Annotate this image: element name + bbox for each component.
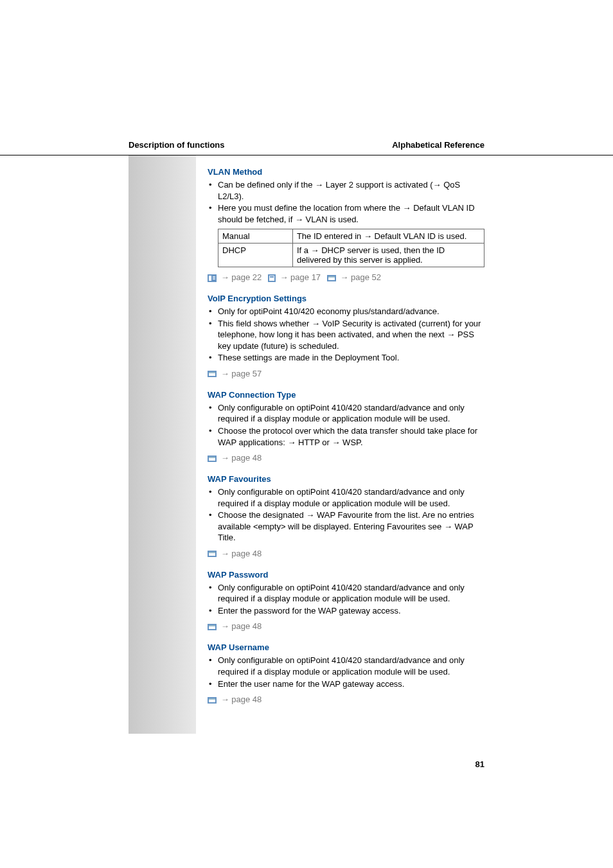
section-wap-connection: WAP Connection Type Only configurable on… bbox=[208, 390, 484, 463]
arrow-icon: → bbox=[221, 453, 229, 463]
list-item: These settings are made in the Deploymen… bbox=[208, 352, 484, 364]
svg-rect-13 bbox=[209, 372, 215, 373]
text: Can be defined only if the bbox=[218, 180, 315, 190]
content: VLAN Method Can be defined only if the →… bbox=[196, 155, 613, 734]
refs-wappw: → page 48 bbox=[208, 621, 484, 631]
refs-voip: → page 57 bbox=[208, 369, 484, 378]
arrow-icon: → bbox=[332, 438, 341, 447]
svg-rect-22 bbox=[209, 625, 215, 626]
svg-rect-4 bbox=[213, 279, 215, 279]
list-wapuser: Only configurable on optiPoint 410/420 s… bbox=[208, 655, 484, 689]
arrow-icon: → bbox=[280, 272, 288, 282]
list-item: Only configurable on optiPoint 410/420 s… bbox=[208, 486, 484, 509]
arrow-icon: → bbox=[221, 621, 229, 631]
svg-rect-16 bbox=[209, 457, 215, 458]
arrow-icon: → bbox=[312, 319, 320, 328]
heading-voip-encryption: VoIP Encryption Settings bbox=[208, 294, 484, 303]
refs-wapfav: → page 48 bbox=[208, 549, 484, 558]
list-item: Only configurable on optiPoint 410/420 s… bbox=[208, 582, 484, 605]
list-wappw: Only configurable on optiPoint 410/420 s… bbox=[208, 582, 484, 617]
section-wap-favourites: WAP Favourites Only configurable on opti… bbox=[208, 474, 484, 558]
list-item: Here you must define the location from w… bbox=[208, 202, 484, 225]
arrow-icon: → bbox=[447, 330, 455, 339]
refs-wapconn: → page 48 bbox=[208, 453, 484, 463]
list-item: Only configurable on optiPoint 410/420 s… bbox=[208, 655, 484, 677]
list-item: Choose the protocol over which the data … bbox=[208, 425, 484, 448]
arrow-icon: → bbox=[306, 510, 314, 520]
table-vlan-method: Manual The ID entered in → Default VLAN … bbox=[218, 229, 484, 267]
heading-wap-username: WAP Username bbox=[208, 642, 484, 652]
sidebar bbox=[0, 155, 196, 734]
table-row: Manual The ID entered in → Default VLAN … bbox=[218, 229, 484, 244]
svg-rect-1 bbox=[209, 276, 211, 281]
sidebar-gradient bbox=[129, 155, 196, 734]
text: DHCP server is used, then the ID deliver… bbox=[297, 245, 445, 265]
svg-rect-3 bbox=[213, 278, 215, 278]
heading-vlan-method: VLAN Method bbox=[208, 167, 484, 177]
page-ref-link[interactable]: page 22 bbox=[229, 272, 262, 282]
list-wapconn: Only configurable on optiPoint 410/420 s… bbox=[208, 402, 484, 448]
arrow-icon: → bbox=[221, 272, 229, 282]
arrow-icon: → bbox=[295, 215, 303, 224]
refs-wapuser: → page 48 bbox=[208, 695, 484, 704]
arrow-icon: → bbox=[403, 203, 411, 213]
section-voip-encryption: VoIP Encryption Settings Only for optiPo… bbox=[208, 294, 484, 378]
heading-wap-password: WAP Password bbox=[208, 570, 484, 580]
web-config-icon bbox=[208, 551, 217, 557]
web-config-icon bbox=[208, 624, 217, 630]
list-item: Enter the password for the WAP gateway a… bbox=[208, 605, 484, 617]
page-number: 81 bbox=[0, 734, 613, 782]
page-ref-link[interactable]: page 48 bbox=[229, 621, 262, 631]
web-config-icon bbox=[208, 697, 217, 704]
svg-rect-10 bbox=[328, 276, 335, 278]
text: Layer 2 support is activated ( bbox=[323, 180, 433, 190]
table-cell: DHCP bbox=[218, 244, 293, 267]
list-item: Enter the user name for the WAP gateway … bbox=[208, 678, 484, 690]
page-ref-link[interactable]: page 52 bbox=[348, 272, 381, 282]
header-left: Description of functions bbox=[129, 140, 225, 150]
arrow-icon: → bbox=[221, 369, 229, 378]
arrow-icon: → bbox=[221, 549, 229, 558]
table-cell: If a → DHCP server is used, then the ID … bbox=[292, 244, 484, 267]
list-item: Only for optiPoint 410/420 economy plus/… bbox=[208, 306, 484, 317]
page: Description of functions Alphabetical Re… bbox=[0, 0, 613, 782]
svg-rect-19 bbox=[209, 552, 215, 553]
body: VLAN Method Can be defined only if the →… bbox=[0, 155, 613, 734]
refs-vlan: → page 22 → page 17 → page 52 bbox=[208, 272, 484, 282]
web-config-icon bbox=[208, 371, 217, 377]
text: If a bbox=[297, 245, 311, 255]
svg-rect-25 bbox=[209, 698, 215, 700]
text: Here you must define the location from w… bbox=[218, 203, 403, 213]
text: This field shows whether bbox=[218, 319, 312, 328]
arrow-icon: → bbox=[364, 231, 372, 241]
phone-config-icon bbox=[208, 274, 217, 282]
sidebar-white-area bbox=[0, 155, 129, 734]
list-vlan: Can be defined only if the → Layer 2 sup… bbox=[208, 179, 484, 225]
web-config-icon bbox=[327, 275, 336, 281]
web-config-icon bbox=[208, 456, 217, 462]
arrow-icon: → bbox=[311, 245, 319, 255]
list-item: Can be defined only if the → Layer 2 sup… bbox=[208, 179, 484, 202]
page-ref-link[interactable]: page 17 bbox=[288, 272, 321, 282]
section-wap-username: WAP Username Only configurable on optiPo… bbox=[208, 642, 484, 704]
list-item: Only configurable on optiPoint 410/420 s… bbox=[208, 402, 484, 425]
arrow-icon: → bbox=[433, 180, 441, 190]
table-row: DHCP If a → DHCP server is used, then th… bbox=[218, 244, 484, 267]
table-cell: The ID entered in → Default VLAN ID is u… bbox=[292, 229, 484, 244]
text: HTTP or bbox=[296, 438, 332, 447]
list-item: This field shows whether → VoIP Security… bbox=[208, 318, 484, 352]
text: VLAN is used. bbox=[303, 215, 359, 224]
text: Default VLAN ID is used. bbox=[372, 231, 466, 241]
header-right: Alphabetical Reference bbox=[392, 140, 484, 150]
page-ref-link[interactable]: page 48 bbox=[229, 453, 262, 463]
page-ref-link[interactable]: page 48 bbox=[229, 549, 262, 558]
page-ref-link[interactable]: page 57 bbox=[229, 369, 262, 378]
text: WSP. bbox=[341, 438, 363, 447]
page-header: Description of functions Alphabetical Re… bbox=[0, 0, 613, 155]
arrow-icon: → bbox=[315, 180, 323, 190]
arrow-icon: → bbox=[287, 438, 296, 447]
page-ref-link[interactable]: page 48 bbox=[229, 695, 262, 704]
arrow-icon: → bbox=[340, 272, 348, 282]
text: Choose the designated bbox=[218, 510, 306, 520]
list-voip: Only for optiPoint 410/420 economy plus/… bbox=[208, 306, 484, 364]
